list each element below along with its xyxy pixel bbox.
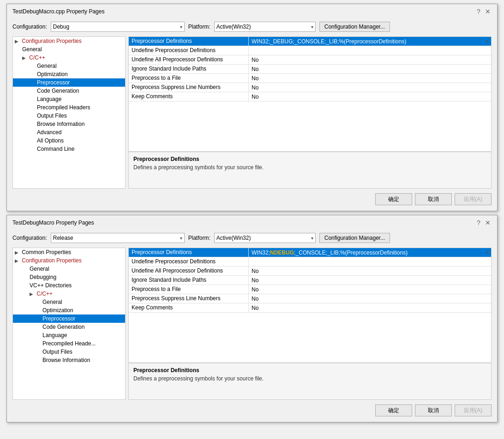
tree-item-code-gen-1[interactable]: Code Generation: [13, 87, 125, 95]
props-name-ignore-1: Ignore Standard Include Paths: [129, 65, 249, 73]
config-select-2[interactable]: Release ▾: [51, 233, 185, 243]
platform-select-1[interactable]: Active(Win32) ▾: [214, 22, 316, 32]
window2-title: TestDebugMacro Property Pages: [12, 220, 94, 226]
props-row-preprocessor-defs-1[interactable]: Preprocessor Definitions WIN32;_DEBUG;_C…: [129, 37, 491, 46]
tree-item-output-2[interactable]: Output Files: [13, 348, 125, 356]
help-button-1[interactable]: ?: [475, 8, 482, 15]
config-row-2: Configuration: Release ▾ Platform: Activ…: [12, 233, 492, 243]
config-select-value-2: Release: [53, 235, 73, 241]
tree-code-gen-label-2: Code Generation: [15, 324, 84, 330]
cancel-button-2[interactable]: 取消: [415, 404, 452, 416]
props-value-text-preprocessor-2: WIN32;NDEBUG;_CONSOLE;_LIB;%(Preprocesso…: [252, 249, 408, 256]
tree-item-command-line-1[interactable]: Command Line: [13, 145, 125, 153]
tree-item-general-top-1[interactable]: General: [13, 45, 125, 53]
props-name-preprocessor-1: Preprocessor Definitions: [129, 37, 249, 46]
tree-item-code-gen-2[interactable]: Code Generation: [13, 323, 125, 331]
tree-item-all-options-1[interactable]: All Options: [13, 136, 125, 145]
props-row-comments-2[interactable]: Keep Comments No: [129, 303, 491, 313]
platform-select-2[interactable]: Active(Win32) ▾: [214, 233, 316, 243]
props-dropdown-arrow-1[interactable]: ▾: [486, 39, 488, 44]
props-row-preprocessor-defs-2[interactable]: Preprocessor Definitions WIN32;NDEBUG;_C…: [129, 248, 491, 257]
platform-select-arrow-2: ▾: [311, 236, 313, 241]
tree-item-cpp-1[interactable]: ▶ C/C++: [13, 53, 125, 62]
tree-panel-1: ▶ Configuration Properties General ▶ C/C…: [12, 36, 126, 189]
tree-item-cpp-general-1[interactable]: General: [13, 62, 125, 70]
props-name-suppress-1: Preprocess Suppress Line Numbers: [129, 83, 249, 92]
tree-item-preprocessor-1[interactable]: Preprocessor: [13, 78, 125, 87]
props-name-preprocessor-2: Preprocessor Definitions: [129, 248, 249, 257]
props-row-suppress-2[interactable]: Preprocess Suppress Line Numbers No: [129, 294, 491, 303]
ndebug-highlight: NDEBUG: [270, 249, 294, 256]
close-button-1[interactable]: ✕: [484, 8, 492, 15]
title-bar-controls-1: ? ✕: [475, 8, 492, 15]
props-name-comments-1: Keep Comments: [129, 92, 249, 101]
tree-item-vc-dirs-2[interactable]: VC++ Directories: [13, 281, 125, 290]
tree-vc-dirs-label-2: VC++ Directories: [15, 282, 72, 289]
props-panel-2: Preprocessor Definitions WIN32;NDEBUG;_C…: [128, 248, 492, 400]
ok-button-2[interactable]: 确定: [375, 404, 412, 416]
description-title-1: Preprocessor Definitions: [133, 156, 486, 162]
props-row-comments-1[interactable]: Keep Comments No: [129, 92, 491, 101]
props-row-undefine-2[interactable]: Undefine Preprocessor Definitions: [129, 257, 491, 267]
tree-item-config-props-2[interactable]: ▶ Configuration Properties: [13, 256, 125, 265]
config-label-2: Configuration:: [12, 235, 47, 241]
tree-item-optimization-2[interactable]: Optimization: [13, 306, 125, 314]
tree-item-browse-1[interactable]: Browse Information: [13, 120, 125, 128]
props-row-ignore-1[interactable]: Ignore Standard Include Paths No: [129, 65, 491, 74]
props-value-comments-2: No: [249, 303, 491, 312]
tree-cpp-label-2: C/C++: [36, 291, 53, 297]
tree-preprocessor-label-2: Preprocessor: [15, 315, 75, 322]
props-row-undefine-1[interactable]: Undefine Preprocessor Definitions: [129, 46, 491, 55]
tree-general-top-label-2: General: [15, 266, 49, 272]
props-value-comments-1: No: [249, 92, 491, 101]
tree-item-precompiled-1[interactable]: Precompiled Headers: [13, 103, 125, 112]
tree-item-debugging-2[interactable]: Debugging: [13, 273, 125, 281]
tree-language-label-2: Language: [15, 332, 67, 338]
props-value-suppress-1: No: [249, 83, 491, 92]
props-row-preprocess-file-2[interactable]: Preprocess to a File No: [129, 285, 491, 294]
props-value-ignore-2: No: [249, 276, 491, 285]
config-manager-btn-1[interactable]: Configuration Manager...: [319, 22, 390, 32]
tree-code-gen-label-1: Code Generation: [15, 88, 79, 94]
window1: TestDebugMacro.cpp Property Pages ? ✕ Co…: [3, 4, 501, 211]
tree-item-precompiled-2[interactable]: Precompiled Heade...: [13, 339, 125, 348]
props-name-preprocess-file-2: Preprocess to a File: [129, 285, 249, 294]
main-content-1: ▶ Configuration Properties General ▶ C/C…: [12, 36, 492, 189]
tree-item-cpp-2[interactable]: ▶ C/C++: [13, 290, 125, 298]
tree-item-language-1[interactable]: Language: [13, 95, 125, 103]
tree-item-common-props-2[interactable]: ▶ Common Properties: [13, 248, 125, 256]
help-button-2[interactable]: ?: [475, 219, 482, 226]
props-value-undefine-all-2: No: [249, 267, 491, 275]
tree-item-preprocessor-2[interactable]: Preprocessor: [13, 314, 125, 323]
apply-button-1[interactable]: 应用(A): [455, 193, 492, 205]
props-row-undefine-all-1[interactable]: Undefine All Preprocessor Definitions No: [129, 55, 491, 65]
config-select-arrow-1: ▾: [180, 24, 182, 30]
cancel-button-1[interactable]: 取消: [415, 193, 452, 205]
tree-item-optimization-1[interactable]: Optimization: [13, 70, 125, 78]
tree-item-language-2[interactable]: Language: [13, 331, 125, 339]
tree-item-config-props-1[interactable]: ▶ Configuration Properties: [13, 37, 125, 45]
tree-item-cpp-general-2[interactable]: General: [13, 298, 125, 306]
close-button-2[interactable]: ✕: [484, 219, 492, 226]
description-panel-2: Preprocessor Definitions Defines a prepr…: [129, 362, 491, 399]
tree-item-browse-2[interactable]: Browse Information: [13, 356, 125, 364]
props-row-ignore-2[interactable]: Ignore Standard Include Paths No: [129, 276, 491, 285]
description-title-2: Preprocessor Definitions: [133, 367, 486, 374]
tree-item-output-1[interactable]: Output Files: [13, 112, 125, 120]
tree-preprocessor-label-1: Preprocessor: [15, 79, 70, 86]
props-dropdown-arrow-2[interactable]: ▾: [486, 250, 488, 255]
config-manager-btn-2[interactable]: Configuration Manager...: [319, 233, 390, 243]
props-row-preprocess-file-1[interactable]: Preprocess to a File No: [129, 74, 491, 83]
ok-button-1[interactable]: 确定: [375, 193, 412, 205]
props-name-undefine-all-1: Undefine All Preprocessor Definitions: [129, 55, 249, 64]
tree-cpp-general-label-1: General: [15, 63, 57, 69]
config-select-1[interactable]: Debug ▾: [51, 22, 185, 32]
config-row-1: Configuration: Debug ▾ Platform: Active(…: [12, 22, 492, 32]
apply-button-2[interactable]: 应用(A): [455, 404, 492, 416]
props-table-1: Preprocessor Definitions WIN32;_DEBUG;_C…: [129, 37, 491, 151]
props-table-2: Preprocessor Definitions WIN32;NDEBUG;_C…: [129, 248, 491, 362]
props-row-undefine-all-2[interactable]: Undefine All Preprocessor Definitions No: [129, 267, 491, 276]
tree-item-advanced-1[interactable]: Advanced: [13, 128, 125, 136]
tree-item-general-top-2[interactable]: General: [13, 265, 125, 273]
props-row-suppress-1[interactable]: Preprocess Suppress Line Numbers No: [129, 83, 491, 92]
